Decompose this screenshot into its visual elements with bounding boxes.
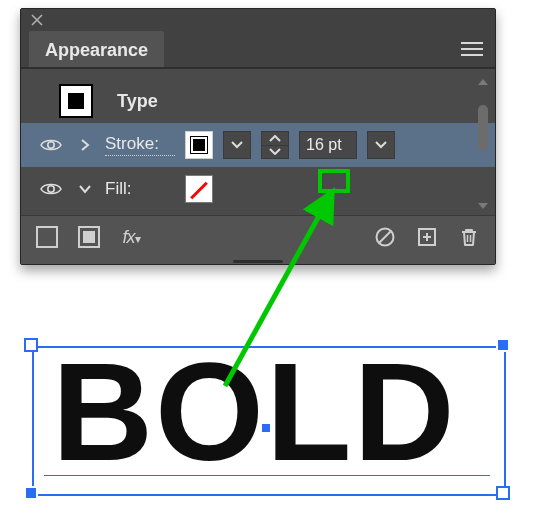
disclosure-fill[interactable]: [75, 184, 95, 194]
panel-topbar: [21, 9, 495, 31]
type-swatch-icon: [59, 84, 93, 118]
chevron-down-icon: [231, 141, 243, 149]
trash-icon: [458, 226, 480, 248]
tab-appearance[interactable]: Appearance: [29, 31, 164, 67]
scroll-thumb[interactable]: [478, 105, 488, 151]
plus-square-icon: [416, 226, 438, 248]
list-scrollbar[interactable]: [477, 79, 489, 219]
eye-icon: [40, 181, 62, 197]
canvas-text: BOLD: [52, 332, 457, 492]
row-type-label: Type: [117, 91, 158, 112]
svg-point-0: [48, 142, 54, 148]
close-icon[interactable]: [31, 14, 43, 26]
row-type[interactable]: Type: [21, 79, 495, 123]
stroke-weight-value: 16 pt: [306, 136, 342, 154]
row-fill[interactable]: Fill:: [21, 167, 495, 211]
handle-bottom-right[interactable]: [496, 486, 510, 500]
row-fill-label: Fill:: [105, 179, 175, 199]
stroke-weight-dropdown[interactable]: [367, 131, 395, 159]
chevron-down-icon: [269, 148, 281, 155]
scroll-down-icon: [478, 203, 488, 209]
canvas-text-object[interactable]: BOLD: [32, 332, 502, 506]
no-sign-icon: [374, 226, 396, 248]
svg-point-1: [48, 186, 54, 192]
stroke-color-swatch[interactable]: [185, 131, 213, 159]
panel-resize-grip[interactable]: [21, 258, 495, 264]
menu-icon: [461, 42, 483, 56]
chevron-up-icon: [269, 135, 281, 142]
chevron-down-icon: [79, 184, 91, 194]
chevron-down-icon: [375, 141, 387, 149]
visibility-toggle[interactable]: [37, 137, 65, 153]
eye-icon: [40, 137, 62, 153]
swatch-registration-icon: [193, 139, 205, 151]
panel-footer: fx▾: [21, 215, 495, 258]
appearance-list: Type Stroke:: [21, 69, 495, 215]
handle-top-right[interactable]: [496, 338, 510, 352]
stroke-weight-decrease[interactable]: [261, 145, 289, 160]
square-filled-icon: [78, 226, 100, 248]
fx-icon: fx▾: [122, 227, 139, 248]
new-fill-button[interactable]: [77, 225, 101, 249]
stroke-weight-input[interactable]: 16 pt: [299, 131, 357, 159]
handle-top-left[interactable]: [24, 338, 38, 352]
appearance-panel: Appearance Type Stroke:: [20, 8, 496, 265]
fill-color-swatch-none[interactable]: [185, 175, 213, 203]
panel-menu-button[interactable]: [449, 31, 495, 67]
panel-tab-row: Appearance: [21, 31, 495, 69]
duplicate-item-button[interactable]: [415, 225, 439, 249]
disclosure-stroke[interactable]: [75, 138, 95, 152]
stroke-color-dropdown[interactable]: [223, 131, 251, 159]
grip-icon: [233, 260, 283, 263]
stroke-weight-stepper: [261, 131, 289, 159]
visibility-toggle[interactable]: [37, 181, 65, 197]
add-effect-button[interactable]: fx▾: [119, 225, 143, 249]
clear-appearance-button[interactable]: [373, 225, 397, 249]
tab-label: Appearance: [45, 40, 148, 61]
svg-line-3: [379, 231, 391, 243]
square-outline-icon: [36, 226, 58, 248]
row-stroke[interactable]: Stroke: 16 pt: [21, 123, 495, 167]
scroll-up-icon: [478, 79, 488, 85]
stroke-weight-increase[interactable]: [261, 131, 289, 145]
handle-bottom-left[interactable]: [24, 486, 38, 500]
row-stroke-label: Stroke:: [105, 134, 175, 156]
chevron-right-icon: [80, 138, 90, 152]
new-stroke-button[interactable]: [35, 225, 59, 249]
anchor-point[interactable]: [262, 424, 270, 432]
delete-item-button[interactable]: [457, 225, 481, 249]
